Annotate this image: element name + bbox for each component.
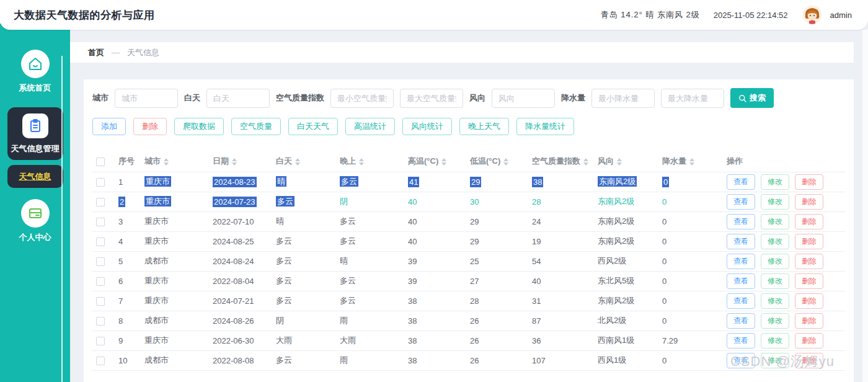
col-header-rain[interactable]: 降水量 xyxy=(658,151,723,172)
city-input[interactable] xyxy=(115,89,178,108)
cell-night: 多云 xyxy=(336,211,404,231)
sort-carets-icon[interactable] xyxy=(441,158,446,166)
view-row-button[interactable]: 查看 xyxy=(727,174,755,190)
row-checkbox[interactable] xyxy=(96,238,105,246)
row-checkbox[interactable] xyxy=(96,198,105,207)
sidebar-item-home[interactable]: 系统首页 xyxy=(19,50,51,94)
col-header-wind[interactable]: 风向 xyxy=(594,151,658,172)
col-header-city[interactable]: 城市 xyxy=(141,151,209,172)
edit-row-button[interactable]: 修改 xyxy=(761,254,789,269)
view-row-button[interactable]: 查看 xyxy=(727,214,755,229)
toolbar-stat-button[interactable]: 高温统计 xyxy=(345,118,395,135)
col-header-day[interactable]: 白天 xyxy=(272,151,336,172)
table-row[interactable]: 5成都市2024-08-24多云晴392554西风2级0查看修改删除 xyxy=(92,251,845,271)
edit-row-button[interactable]: 修改 xyxy=(761,174,789,190)
rain-min-input[interactable] xyxy=(591,89,655,108)
search-button[interactable]: 搜索 xyxy=(730,88,774,108)
table-row[interactable]: 4重庆市2024-08-25多云多云402919东南风2级0查看修改删除 xyxy=(92,231,845,251)
toolbar-stat-button[interactable]: 降水量统计 xyxy=(516,118,574,135)
col-header-aqi[interactable]: 空气质量指数 xyxy=(528,151,594,172)
table-row[interactable]: 2重庆市2024-07-23多云阴403028东南风2级0查看修改删除 xyxy=(92,192,845,211)
table-row[interactable]: 6重庆市2022-08-04多云多云392740东北风5级0查看修改删除 xyxy=(92,271,845,291)
cell-ops: 查看修改删除 xyxy=(723,311,845,331)
cell-ops: 查看修改删除 xyxy=(723,251,845,271)
sidebar-item-label: 天气信息 xyxy=(19,171,51,182)
col-header-night[interactable]: 晚上 xyxy=(336,151,404,172)
delete-button[interactable]: 删除 xyxy=(133,118,167,135)
del-row-button[interactable]: 删除 xyxy=(795,333,823,349)
toolbar-stat-button[interactable]: 空气质量 xyxy=(231,118,281,135)
del-row-button[interactable]: 删除 xyxy=(795,313,823,329)
col-header-high[interactable]: 高温(°C) xyxy=(404,151,466,172)
toolbar-stat-button[interactable]: 晚上天气 xyxy=(459,118,509,135)
add-button[interactable]: 添加 xyxy=(92,118,126,135)
table-row[interactable]: 3重庆市2022-07-10晴多云402924东南风2级0查看修改删除 xyxy=(92,211,845,231)
edit-row-button[interactable]: 修改 xyxy=(761,293,789,309)
aqi-min-input[interactable] xyxy=(330,89,394,108)
view-row-button[interactable]: 查看 xyxy=(727,234,755,249)
sort-carets-icon[interactable] xyxy=(164,158,169,166)
row-checkbox[interactable] xyxy=(96,257,105,266)
col-header-date[interactable]: 日期 xyxy=(209,151,272,172)
aqi-max-input[interactable] xyxy=(400,89,463,108)
view-row-button[interactable]: 查看 xyxy=(727,273,755,289)
scrollbar[interactable] xyxy=(862,30,868,382)
sort-carets-icon[interactable] xyxy=(359,158,364,166)
row-checkbox[interactable] xyxy=(96,317,105,326)
breadcrumb-home[interactable]: 首页 xyxy=(88,47,104,58)
select-all-checkbox[interactable] xyxy=(96,158,105,166)
sort-carets-icon[interactable] xyxy=(583,158,588,166)
rain-max-input[interactable] xyxy=(661,89,724,108)
del-row-button[interactable]: 删除 xyxy=(795,273,823,289)
cell-low: 26 xyxy=(466,311,528,331)
view-row-button[interactable]: 查看 xyxy=(727,254,755,269)
sort-carets-icon[interactable] xyxy=(503,158,508,166)
row-checkbox[interactable] xyxy=(96,297,105,306)
cell-wind: 东南风2级 xyxy=(594,291,658,311)
edit-row-button[interactable]: 修改 xyxy=(761,214,789,229)
sidebar-item-weather-info-active[interactable]: 天气信息 xyxy=(7,165,63,188)
del-row-button[interactable]: 删除 xyxy=(795,214,823,229)
row-checkbox[interactable] xyxy=(96,218,105,226)
sort-carets-icon[interactable] xyxy=(232,158,237,166)
row-checkbox[interactable] xyxy=(96,178,105,187)
view-row-button[interactable]: 查看 xyxy=(727,194,755,210)
sort-carets-icon[interactable] xyxy=(689,158,694,166)
username[interactable]: admin xyxy=(830,11,852,20)
day-weather-input[interactable] xyxy=(206,89,270,108)
edit-row-button[interactable]: 修改 xyxy=(761,333,789,349)
sidebar-item-profile[interactable]: 个人中心 xyxy=(19,199,51,243)
del-row-button[interactable]: 删除 xyxy=(795,174,823,190)
table-row[interactable]: 7重庆市2024-07-21多云多云382831东南风2级0查看修改删除 xyxy=(92,291,845,311)
row-select-cell xyxy=(92,271,115,291)
sidebar-item-weather-mgmt[interactable]: 天气信息管理 xyxy=(7,107,63,160)
view-row-button[interactable]: 查看 xyxy=(727,313,755,329)
row-checkbox[interactable] xyxy=(96,277,105,286)
wind-input[interactable] xyxy=(492,89,555,108)
avatar[interactable] xyxy=(803,6,822,24)
edit-row-button[interactable]: 修改 xyxy=(761,194,789,210)
edit-row-button[interactable]: 修改 xyxy=(761,273,789,289)
toolbar-stat-button[interactable]: 白天天气 xyxy=(288,118,338,135)
edit-row-button[interactable]: 修改 xyxy=(761,234,789,249)
edit-row-button[interactable]: 修改 xyxy=(761,313,789,329)
table-row[interactable]: 9重庆市2022-06-30大雨大雨382636西南风1级7.29查看修改删除 xyxy=(92,331,845,350)
table-row[interactable]: 1重庆市2024-08-23晴多云412938东南风2级0查看修改删除 xyxy=(92,172,845,192)
del-row-button[interactable]: 删除 xyxy=(795,254,823,269)
view-row-button[interactable]: 查看 xyxy=(727,333,755,349)
toolbar-stat-button[interactable]: 爬取数据 xyxy=(174,118,224,135)
table-row[interactable]: 8成都市2024-08-26阴雨382687北风2级0查看修改删除 xyxy=(92,311,845,331)
del-row-button[interactable]: 删除 xyxy=(795,293,823,309)
row-checkbox[interactable] xyxy=(96,337,105,345)
sort-carets-icon[interactable] xyxy=(617,158,622,166)
view-row-button[interactable]: 查看 xyxy=(727,293,755,309)
col-header-low[interactable]: 低温(°C) xyxy=(466,151,528,172)
cell-day: 多云 xyxy=(272,271,336,291)
del-row-button[interactable]: 删除 xyxy=(795,194,823,210)
row-checkbox[interactable] xyxy=(96,357,105,365)
del-row-button[interactable]: 删除 xyxy=(795,234,823,249)
cell-date: 2024-07-21 xyxy=(209,291,272,311)
toolbar-stat-button[interactable]: 风向统计 xyxy=(402,118,452,135)
sidebar-divider xyxy=(61,56,63,382)
sort-carets-icon[interactable] xyxy=(295,158,300,166)
